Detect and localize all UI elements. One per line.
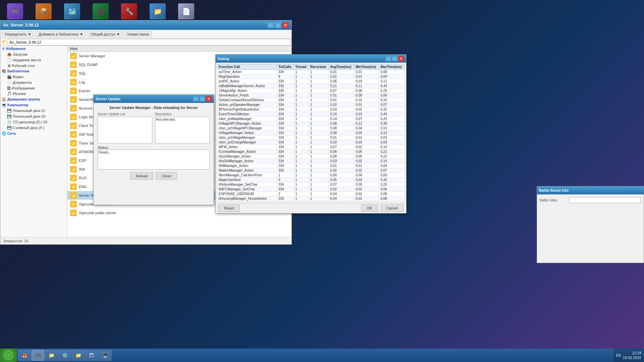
- table-row[interactable]: ESPONSE_USERNUM 2 1 1 0,04 0,02 0,08: [217, 192, 405, 196]
- taskbar-item-folder2[interactable]: 📁: [72, 350, 85, 361]
- table-row[interactable]: tllageUserNum 3 1 1 0,05 0,03 0,32: [217, 178, 405, 182]
- table-row[interactable]: tIHousingManager_HouseAction 334 1 1 0,0…: [217, 196, 405, 201]
- start-button[interactable]: [0, 349, 17, 362]
- close-button[interactable]: ✕: [282, 22, 289, 28]
- reset-button[interactable]: Reset: [218, 204, 239, 212]
- col-totcalls[interactable]: TotCalls: [277, 64, 294, 70]
- table-row[interactable]: pclTime_Action 334 1 1 0,01 0,01 0,08: [217, 70, 405, 74]
- sidebar-item-favorites[interactable]: ☆ Избранное: [0, 46, 67, 52]
- new-folder-button[interactable]: Новая папка: [124, 31, 152, 37]
- organize-button[interactable]: Упорядочить ▼: [2, 31, 34, 37]
- sidebar-item-music[interactable]: 🎵 Музыка: [0, 91, 67, 97]
- close-dialog-button[interactable]: Close: [156, 172, 177, 180]
- table-row[interactable]: pclPIF_Action 334 1 1 0,06 0,03 0,11: [217, 79, 405, 84]
- table-row[interactable]: tCombatManager_Action 334 1 1 0,08 0,05 …: [217, 149, 405, 154]
- su-close-button[interactable]: ✕: [206, 96, 212, 102]
- add-to-library-button[interactable]: Добавить в библиотеку ▼: [36, 31, 86, 37]
- ok-button[interactable]: OK: [361, 204, 378, 212]
- table-row[interactable]: Action_pclSpeakerManager 334 1 1 0,02 0,…: [217, 103, 405, 107]
- server-update-status-label: Status: [98, 145, 108, 149]
- col-recursive[interactable]: Recursive: [309, 64, 329, 70]
- cell-avg: 0,02: [329, 187, 354, 192]
- table-row[interactable]: ction_pclVillageManager 334 1 1 0,01 0,0…: [217, 135, 405, 140]
- table-row[interactable]: EventTimeGiftAction 334 1 1 0,10 0,03 0,…: [217, 112, 405, 117]
- cell-min: 0,07: [354, 117, 379, 121]
- cell-tot: 334: [277, 131, 294, 135]
- cell-rec: 1: [309, 98, 329, 103]
- battle-room-content: Battle Index: [537, 194, 644, 208]
- table-row[interactable]: tIndSolManager_Action 334 1 1 0,03 0,02 …: [217, 159, 405, 164]
- taskbar-item-settings[interactable]: ⚙️: [58, 350, 71, 361]
- table-row[interactable]: tINIManager_Action 334 1 1 0,01 0,01 0,0…: [217, 164, 405, 168]
- sidebar-item-drive-f[interactable]: 💾 Съёмный диск (F:): [0, 125, 67, 131]
- server-update-listbox[interactable]: [98, 117, 152, 143]
- col-mintime[interactable]: MinTime(ms): [354, 64, 379, 70]
- sidebar-item-documents[interactable]: 📄 Документы: [0, 80, 67, 85]
- table-row[interactable]: tItemManager_CalcItemPrice 1 1 1 0,00 0,…: [217, 173, 405, 178]
- maximize-button[interactable]: □: [275, 22, 281, 28]
- cell-max: 0,38: [379, 121, 405, 126]
- sidebar-item-drive-d[interactable]: 💾 Локальный диск (D: [0, 114, 67, 119]
- profiler-maximize-button[interactable]: □: [392, 56, 398, 61]
- table-row[interactable]: CMagicMgr::Action 335 1 1 0,07 0,06 0,25: [217, 88, 405, 93]
- share-button[interactable]: Общий доступ ▼: [88, 31, 123, 37]
- col-thread[interactable]: Thread: [294, 64, 309, 70]
- table-row[interactable]: cltBattleManagerServer::Action 335 1 1 0…: [217, 84, 405, 88]
- cell-rec: 1: [309, 149, 329, 154]
- profiler-close-button[interactable]: ✕: [398, 56, 404, 61]
- sidebar-item-recent[interactable]: 🕐 Недавние места: [0, 57, 67, 63]
- sidebar-item-downloads[interactable]: 📥 Загрузки: [0, 52, 67, 57]
- table-row[interactable]: tINoticeManager_SetChar 334 1 1 0,07 0,0…: [217, 182, 405, 187]
- sidebar-item-network[interactable]: 🌐 Сеть: [0, 131, 67, 136]
- sidebar-item-video[interactable]: 🎬 Видео: [0, 74, 67, 80]
- col-function-call[interactable]: Function Call: [217, 64, 277, 70]
- taskbar-item-atlantica[interactable]: 🎮: [32, 350, 44, 361]
- taskbar-item-window[interactable]: 🗔: [85, 350, 98, 361]
- table-row[interactable]: BFServerFightStatusAction 334 1 1 0,03 0…: [217, 107, 405, 112]
- su-maximize-button[interactable]: □: [199, 96, 205, 102]
- sidebar-item-images[interactable]: 🖼 Изображения: [0, 85, 67, 91]
- table-row[interactable]: tQuizManager_Action 334 1 1 0,08 0,05 0,…: [217, 154, 405, 159]
- minimize-button[interactable]: ─: [267, 22, 274, 28]
- cell-avg: 0,01: [329, 70, 354, 74]
- table-row[interactable]: MsgOperation 9 1 1 0,02 0,01 0,04: [217, 74, 405, 79]
- table-row[interactable]: ction_pclMapManager 334 1 1 0,14 0,07 0,…: [217, 117, 405, 121]
- atlantica-taskbar-icon: 🎮: [35, 352, 41, 359]
- profiler-minimize-button[interactable]: ─: [385, 56, 391, 61]
- table-row[interactable]: tIHousingGoodEyeManager_SetG... 334 1 1 …: [217, 201, 405, 202]
- address-input[interactable]: [8, 39, 290, 46]
- table-row[interactable]: tNationManager_Action 334 1 1 0,02 0,02 …: [217, 168, 405, 173]
- folder-icon: 📁: [70, 96, 77, 103]
- sidebar-item-homegroup[interactable]: 🏠 Домашняя группа: [0, 97, 67, 102]
- table-row[interactable]: tVillageNPCManager::Action 334 1 1 0,08 …: [217, 121, 405, 126]
- table-row[interactable]: ction_pclChargeManager 334 1 1 0,03 0,03…: [217, 140, 405, 145]
- table-row[interactable]: DeleteCombackReserIDAction 334 1 1 0,01 …: [217, 98, 405, 103]
- reload-button[interactable]: Reload: [130, 172, 154, 180]
- taskbar-item-firefox[interactable]: 🦊: [18, 350, 31, 361]
- sidebar-item-libraries[interactable]: 📚 Библиотеки: [0, 68, 67, 74]
- cell-avg: 0,14: [329, 117, 354, 121]
- uopilot-icon: 🎮: [7, 3, 23, 19]
- server-update-desc-box: Not selected.: [155, 117, 210, 143]
- table-row[interactable]: ServerAction_Finish 334 1 1 0,01 0,00 0,…: [217, 93, 405, 98]
- cancel-button[interactable]: Cancel: [381, 204, 404, 212]
- sidebar-item-computer[interactable]: 💻 Компьютер: [0, 102, 67, 108]
- col-avgtime[interactable]: AvgTime(ms): [329, 64, 354, 70]
- table-row[interactable]: tVillageManager::Action 334 1 1 0,08 0,0…: [217, 131, 405, 135]
- cell-fn: EventTimeGiftAction: [217, 112, 277, 117]
- taskbar-item-explorer[interactable]: 📁: [45, 350, 58, 361]
- sidebar-item-drive-e[interactable]: 💿 CD-дисковод (E:) 20: [0, 119, 67, 125]
- sidebar-item-desktop[interactable]: 🖥 Рабочий стол: [0, 63, 67, 68]
- su-minimize-button[interactable]: ─: [193, 96, 199, 102]
- cell-thread: 1: [294, 131, 309, 135]
- col-maxtime[interactable]: MaxTime(ms): [379, 64, 405, 70]
- battle-index-input[interactable]: [569, 197, 641, 203]
- taskbar-item-monitor[interactable]: 🖥️: [99, 350, 111, 361]
- table-row[interactable]: tINPCManager_SetChar 334 1 1 0,02 0,02 0…: [217, 187, 405, 192]
- sidebar-item-drive-c[interactable]: 💾 Локальный диск (C: [0, 108, 67, 114]
- cell-fn: tBFM_Action: [217, 145, 277, 149]
- table-row[interactable]: tBFM_Action 334 1 1 0,07 0,02 0,10: [217, 145, 405, 149]
- battle-index-label: Battle Index: [540, 198, 567, 202]
- table-row[interactable]: ction_pclVillageNPCManager 334 1 1 0,08 …: [217, 126, 405, 131]
- profiler-table-container[interactable]: Function Call TotCalls Thread Recursive …: [217, 64, 405, 201]
